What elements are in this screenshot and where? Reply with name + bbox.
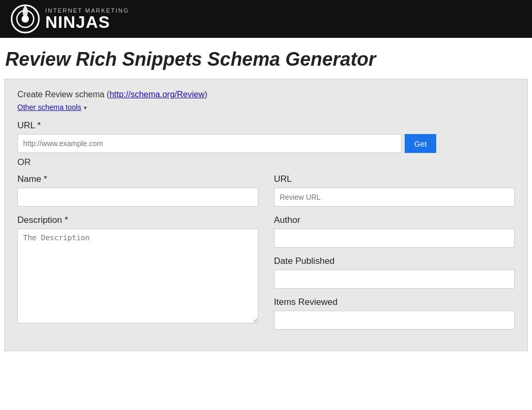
two-col-layout: Name * Description * URL Author	[17, 174, 515, 338]
name-field-group: Name *	[17, 174, 258, 207]
logo-text-bottom: NINJAS	[45, 14, 129, 30]
col-right: URL Author Date Published Items Reviewed	[274, 174, 515, 338]
date-published-input[interactable]	[274, 270, 515, 289]
other-tools: Other schema tools ▾	[17, 102, 515, 112]
logo-container: INTERNET MARKETING NINJAS	[11, 4, 129, 34]
description-field-group: Description *	[17, 215, 258, 325]
schema-header: Create Review schema (http://schema.org/…	[17, 90, 515, 99]
url-row: Get	[17, 134, 515, 153]
author-label: Author	[274, 215, 515, 226]
name-label: Name *	[17, 174, 258, 184]
header: INTERNET MARKETING NINJAS	[0, 0, 532, 38]
date-published-label: Date Published	[274, 256, 515, 266]
description-label: Description *	[17, 215, 258, 226]
schema-text-after: )	[205, 90, 207, 99]
or-text: OR	[17, 157, 515, 168]
author-field-group: Author	[274, 215, 515, 248]
ninja-logo-icon	[11, 4, 40, 34]
items-reviewed-label: Items Reviewed	[274, 297, 515, 308]
review-url-label: URL	[274, 174, 515, 184]
review-url-field-group: URL	[274, 174, 515, 207]
schema-text-before: Create Review schema (	[17, 90, 109, 99]
url-input[interactable]	[17, 134, 401, 153]
logo-text: INTERNET MARKETING NINJAS	[45, 7, 129, 30]
description-input[interactable]	[17, 229, 258, 323]
name-input[interactable]	[17, 188, 258, 207]
date-published-field-group: Date Published	[274, 256, 515, 289]
review-url-input[interactable]	[274, 188, 515, 207]
schema-link[interactable]: http://schema.org/Review	[109, 90, 205, 99]
url-section: URL * Get	[17, 120, 515, 153]
form-container: Create Review schema (http://schema.org/…	[4, 79, 528, 351]
get-button[interactable]: Get	[405, 134, 436, 153]
other-tools-link[interactable]: Other schema tools	[17, 103, 81, 111]
author-input[interactable]	[274, 229, 515, 248]
url-label: URL *	[17, 120, 515, 131]
col-left: Name * Description *	[17, 174, 258, 338]
page-title: Review Rich Snippets Schema Generator	[0, 38, 532, 79]
items-reviewed-input[interactable]	[274, 311, 515, 330]
items-reviewed-field-group: Items Reviewed	[274, 297, 515, 330]
dropdown-arrow-icon: ▾	[84, 104, 87, 111]
